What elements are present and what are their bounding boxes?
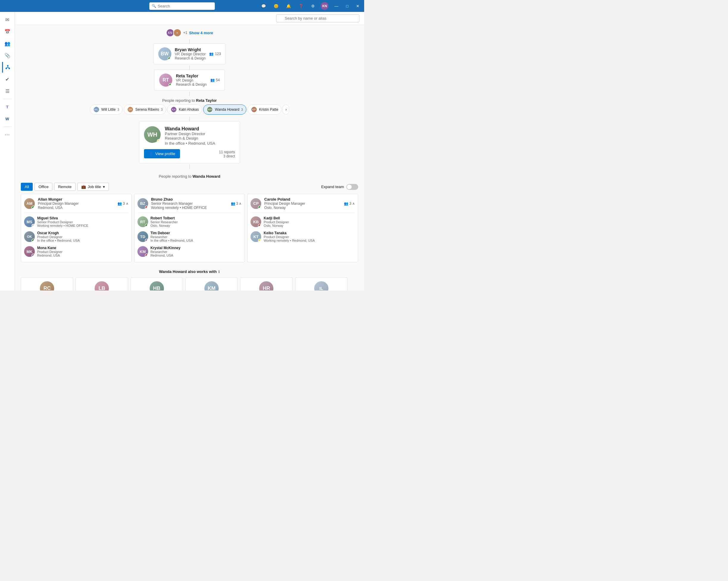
member-mona[interactable]: MK Mona Kane Product Designer Redmond, U… xyxy=(24,244,129,259)
team-column-2: CP Carole Poland Principal Design Manage… xyxy=(247,194,358,262)
sidebar-item-more[interactable]: ··· xyxy=(2,129,13,140)
sidebar-item-word[interactable]: W xyxy=(2,113,13,124)
sidebar-item-stream[interactable]: ☰ xyxy=(2,86,13,96)
status-tim xyxy=(145,239,148,242)
connector-3 xyxy=(21,92,358,96)
member-tim[interactable]: TD Tim Deboer Researcher In the office •… xyxy=(137,229,242,244)
sidebar-item-mail[interactable]: ✉ xyxy=(2,14,13,25)
maximize-button[interactable]: □ xyxy=(344,3,350,9)
member-robert[interactable]: RT Robert Tolbert Senior Researcher Oslo… xyxy=(137,214,242,229)
info-oscar: Oscar Krogh Product Designer In the offi… xyxy=(37,231,80,242)
team-manager-2[interactable]: CP Carole Poland Principal Design Manage… xyxy=(251,197,355,212)
filter-remote[interactable]: Remote xyxy=(54,183,76,191)
person-card-reta[interactable]: RT Reta Taylor VP, Design Research & Des… xyxy=(154,70,225,91)
connector-2 xyxy=(189,66,190,70)
avatar-tim: TD xyxy=(137,231,148,242)
sidebar-item-orgchart[interactable] xyxy=(2,62,13,73)
filter-office[interactable]: Office xyxy=(34,183,52,191)
status-allan xyxy=(31,206,35,209)
toggle-thumb xyxy=(347,184,352,189)
avatar-robin: RC xyxy=(40,281,54,290)
connector-5 xyxy=(21,165,358,169)
status-bruno xyxy=(145,206,148,209)
tab-count-will: 3 xyxy=(118,108,119,111)
reports-count: 11 reports 3 direct xyxy=(219,150,235,158)
coworker-lydia[interactable]: LB Lydia Bauer Group Product Manager In … xyxy=(76,277,128,290)
tab-kristin[interactable]: KP Kristin Patte xyxy=(248,104,282,115)
coworker-robin[interactable]: RC Robin Counts Engineering Manager Oslo… xyxy=(21,277,73,290)
member-miguel[interactable]: MS Miguel Silva Senior Product Designer … xyxy=(24,214,129,229)
expand-icon-0[interactable]: ∧ xyxy=(126,202,129,206)
avatar-extra: + xyxy=(173,29,181,37)
settings-icon[interactable]: ⚙ xyxy=(309,3,316,9)
status-kadji xyxy=(258,224,261,227)
tab-label-kristin: Kristin Patte xyxy=(259,107,279,111)
info-keiko: Keiko Tanaka Product Designer Working re… xyxy=(264,231,315,242)
avatar-hillary: HR xyxy=(259,281,274,290)
tab-label-will: Will Little xyxy=(101,107,116,111)
member-keiko[interactable]: KT Keiko Tanaka Product Designer Working… xyxy=(251,229,355,244)
people-tabs: WL Will Little 3 SR Serena Ribeiro 3 KA … xyxy=(21,104,358,115)
info-miguel: Miguel Silva Senior Product Designer Wor… xyxy=(37,216,88,227)
filter-section: All Office Remote 💼 Job title ▾ Expand t… xyxy=(15,180,364,194)
team-manager-1[interactable]: BZ Bruno Zhao Senior Research Manager Wo… xyxy=(137,197,242,212)
tab-serena[interactable]: SR Serena Ribeiro 3 xyxy=(124,104,166,115)
member-kadji[interactable]: KB Kadji Bell Product Designer Oslo, Nor… xyxy=(251,214,355,229)
sidebar-item-tasks[interactable]: ✔ xyxy=(2,74,13,84)
expand-icon-2[interactable]: ∧ xyxy=(352,202,355,206)
reports-bruno: 👥3 ∧ xyxy=(231,202,242,206)
coworker-hillary[interactable]: HR Hillary Reyes Senior Researcher Worki… xyxy=(240,277,292,290)
alias-search-input[interactable] xyxy=(276,14,359,22)
coworker-henry[interactable]: HB Henry Brill Engineering Director Work… xyxy=(131,277,183,290)
sidebar-item-files[interactable]: 📎 xyxy=(2,50,13,61)
minimize-button[interactable]: — xyxy=(333,3,340,9)
orgchart-section: KN + +1 Show 4 more BW Bryan Wright xyxy=(15,25,364,172)
svg-point-0 xyxy=(7,65,9,67)
avatar-miguel: MS xyxy=(24,217,35,227)
chat-icon[interactable]: 💬 xyxy=(259,3,268,9)
coworker-inna[interactable]: IL Inna Laar Research Director Working r… xyxy=(295,277,347,290)
filter-jobtitle[interactable]: 💼 Job title ▾ xyxy=(77,183,109,191)
avatar-mona: MK xyxy=(24,246,35,257)
avatar-wanda-main: WH xyxy=(144,126,161,143)
tab-wanda[interactable]: WH Wanda Howard 3 xyxy=(203,104,246,115)
person-name-reta: Reta Taylor xyxy=(176,74,206,78)
status-wanda xyxy=(157,139,161,143)
filter-all[interactable]: All xyxy=(21,183,33,191)
selected-dept: Research & Design xyxy=(165,136,215,141)
selected-person-card: WH Wanda Howard Partner Design Director … xyxy=(139,121,240,163)
person-card-bryan[interactable]: BW Bryan Wright VP, Design Director Rese… xyxy=(153,44,226,64)
tab-will[interactable]: WL Will Little 3 xyxy=(90,104,123,115)
also-works-label: Wanda Howard also works with ℹ xyxy=(21,269,358,274)
member-krystal[interactable]: KM Krystal McKinney Researcher Redmond, … xyxy=(137,244,242,259)
show-more-button[interactable]: Show 4 more xyxy=(189,31,213,35)
titlebar-search-input[interactable] xyxy=(149,2,215,10)
expand-icon-1[interactable]: ∧ xyxy=(239,202,241,206)
sidebar-item-teams[interactable]: T xyxy=(2,101,13,112)
tab-more[interactable]: › xyxy=(283,104,289,115)
person-info-reta: Reta Taylor VP, Design Research & Design xyxy=(176,74,206,86)
avatar-bryan: BW xyxy=(158,47,172,60)
team-manager-0[interactable]: AM Allan Munger Principal Design Manager… xyxy=(24,197,129,212)
info-kadji: Kadji Bell Product Designer Oslo, Norway xyxy=(264,216,289,227)
info-icon[interactable]: ℹ xyxy=(218,270,220,274)
bell-icon[interactable]: 🔔 xyxy=(284,3,293,9)
reports-carole: 👥3 ∧ xyxy=(344,202,355,206)
close-button[interactable]: ✕ xyxy=(354,3,361,9)
user-avatar[interactable]: KN xyxy=(321,2,329,10)
status-robert xyxy=(145,224,148,227)
expand-team-toggle[interactable] xyxy=(346,184,358,190)
person-name-bryan: Bryan Wright xyxy=(175,47,206,52)
status-reta xyxy=(169,83,172,86)
sidebar-item-calendar[interactable]: 📅 xyxy=(2,26,13,37)
tab-katri[interactable]: KA Katri Ahokas xyxy=(167,104,202,115)
help-icon[interactable]: ❓ xyxy=(297,3,305,9)
reactions-icon[interactable]: 😊 xyxy=(272,3,280,9)
person-dept-reta: Research & Design xyxy=(176,82,206,86)
coworker-kayo[interactable]: KM Kayo Miwa Design partner In the offic… xyxy=(185,277,238,290)
info-mona: Mona Kane Product Designer Redmond, USA xyxy=(37,246,62,257)
chevron-down-icon: ▾ xyxy=(103,184,105,189)
view-profile-button[interactable]: 👤 View profile xyxy=(144,149,180,158)
sidebar-item-people[interactable]: 👥 xyxy=(2,38,13,49)
member-oscar[interactable]: OK Oscar Krogh Product Designer In the o… xyxy=(24,229,129,244)
